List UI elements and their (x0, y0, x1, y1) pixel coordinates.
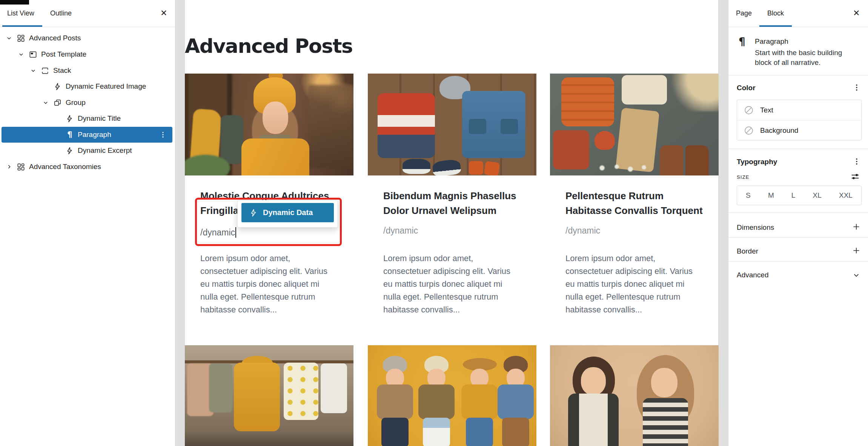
image-shape (423, 418, 450, 446)
divider (728, 212, 868, 213)
tree-item-label: Dynamic Excerpt (78, 146, 132, 155)
image-shape (418, 384, 455, 419)
post-featured-image[interactable] (550, 345, 719, 446)
size-option-l[interactable]: L (791, 191, 796, 200)
excerpt-line: consectetuer adipiscing elit. Varius (565, 265, 724, 278)
bolt-icon (65, 114, 74, 123)
tree-item-label: Stack (53, 66, 71, 75)
border-section-title: Border (737, 247, 758, 255)
post-excerpt[interactable]: Lorem ipsum odor amet, consectetuer adip… (200, 252, 359, 316)
tree-item-dynamic-featured-image[interactable]: Dynamic Featured Image (0, 78, 217, 94)
chevron-down-icon[interactable] (17, 51, 29, 58)
post-featured-image[interactable] (185, 74, 353, 175)
tree-item-paragraph-selected[interactable]: ¶ Paragraph (2, 127, 172, 143)
divider (728, 261, 868, 261)
dynamic-data-button-label: Dynamic Data (263, 208, 313, 217)
page-title[interactable]: Advanced Posts (185, 35, 353, 57)
image-shape (321, 363, 347, 413)
close-icon[interactable]: ✕ (160, 8, 167, 18)
image-shape (651, 368, 678, 397)
tree-item-label: Paragraph (78, 131, 111, 139)
tree-item-post-template[interactable]: Post Template (0, 46, 192, 62)
excerpt-line: consectetuer adipiscing elit. Varius (200, 265, 359, 278)
no-color-icon (744, 125, 754, 136)
settings-sidebar: Page Block ✕ ¶ Paragraph Start with the … (728, 0, 868, 446)
tab-block[interactable]: Block (767, 0, 784, 27)
excerpt-line: Lorem ipsum odor amet, (200, 252, 359, 265)
slash-command-text[interactable]: /dynamic (565, 226, 600, 236)
plus-icon[interactable] (851, 222, 861, 232)
post-title-line: Pellentesque Rutrum (565, 189, 720, 203)
excerpt-line: habitasse convallis... (565, 303, 724, 316)
options-kebab-icon[interactable] (852, 157, 861, 166)
image-shape (501, 119, 518, 134)
image-shape (308, 85, 353, 168)
color-text-row[interactable]: Text (737, 100, 861, 120)
paragraph-icon: ¶ (737, 35, 747, 48)
tree-item-label: Post Template (41, 50, 86, 58)
image-shape (568, 394, 619, 446)
size-option-xxl[interactable]: XXL (839, 191, 853, 200)
active-tab-underline (2, 25, 42, 27)
chevron-down-icon[interactable] (42, 99, 53, 106)
excerpt-line: nulla eget. Pellentesque rutrum (383, 291, 542, 303)
post-featured-image[interactable] (368, 345, 536, 446)
tab-page[interactable]: Page (736, 0, 752, 27)
image-shape (241, 138, 309, 175)
options-kebab-icon[interactable] (159, 131, 167, 139)
divider (728, 237, 868, 238)
image-shape (263, 102, 288, 134)
tree-item-advanced-posts[interactable]: Advanced Posts (0, 30, 180, 46)
post-title[interactable]: Bibendum Magnis Phasellus Dolor Urnavel … (383, 189, 538, 218)
image-shape (403, 159, 430, 174)
image-shape (643, 398, 688, 446)
post-excerpt[interactable]: Lorem ipsum odor amet, consectetuer adip… (383, 252, 542, 316)
image-shape (484, 161, 500, 175)
post-featured-image[interactable] (185, 345, 353, 446)
image-shape (234, 363, 280, 431)
post-featured-image[interactable] (368, 74, 536, 175)
post-featured-image[interactable] (550, 74, 719, 175)
tab-outline[interactable]: Outline (50, 0, 72, 27)
post-excerpt[interactable]: Lorem ipsum odor amet, consectetuer adip… (565, 252, 724, 316)
image-shape (185, 431, 353, 446)
image-shape (595, 131, 615, 150)
chevron-right-icon[interactable] (5, 163, 17, 171)
typography-section-title: Typography (737, 158, 777, 166)
plus-icon[interactable] (851, 246, 861, 255)
size-option-s[interactable]: S (746, 191, 751, 200)
image-shape (666, 74, 719, 111)
color-background-row[interactable]: Background (737, 120, 861, 140)
tree-item-group[interactable]: Group (0, 95, 217, 111)
size-settings-icon[interactable] (850, 171, 860, 182)
color-settings-box: Text Background (737, 100, 862, 140)
chevron-down-icon[interactable] (5, 34, 17, 42)
image-shape (469, 161, 483, 175)
paragraph-icon: ¶ (65, 130, 74, 139)
excerpt-line: habitasse convallis... (383, 303, 542, 316)
image-shape (466, 418, 493, 446)
excerpt-line: consectetuer adipiscing elit. Varius (383, 265, 542, 278)
post-title[interactable]: Pellentesque Rutrum Habitasse Convallis … (565, 189, 720, 218)
close-icon[interactable]: ✕ (853, 8, 860, 18)
tree-item-label: Advanced Posts (29, 34, 81, 42)
size-option-m[interactable]: M (768, 191, 774, 200)
color-row-label: Background (760, 126, 798, 135)
dynamic-data-button[interactable]: Dynamic Data (241, 203, 334, 222)
color-row-label: Text (760, 106, 773, 114)
advanced-section-title: Advanced (737, 271, 769, 279)
slash-command-text[interactable]: /dynamic (383, 226, 418, 236)
chevron-down-icon[interactable] (851, 270, 861, 280)
image-shape (377, 384, 413, 419)
bolt-icon (53, 82, 62, 91)
post-title-line: Bibendum Magnis Phasellus (383, 189, 538, 203)
excerpt-line: eu mattis turpis donec aliquet mi (383, 278, 542, 291)
chevron-down-icon[interactable] (29, 67, 41, 74)
excerpt-line: Lorem ipsum odor amet, (383, 252, 542, 265)
size-option-xl[interactable]: XL (813, 191, 822, 200)
image-shape (581, 367, 606, 395)
tree-item-label: Dynamic Title (78, 114, 121, 123)
tree-item-advanced-taxonomies[interactable]: Advanced Taxonomies (0, 159, 180, 175)
tree-item-stack[interactable]: Stack (0, 63, 204, 78)
options-kebab-icon[interactable] (852, 83, 861, 92)
